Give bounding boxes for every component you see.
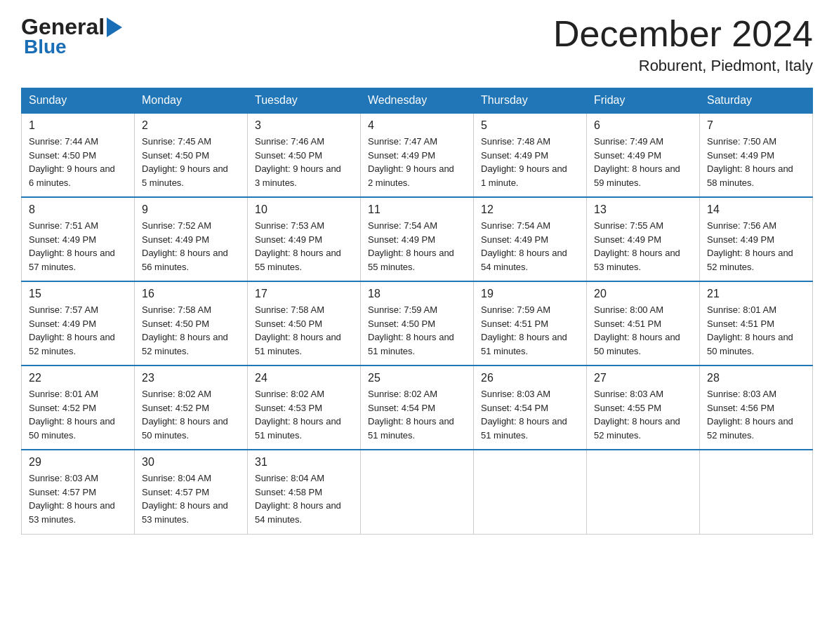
day-number: 10 — [255, 203, 353, 216]
col-saturday: Saturday — [700, 88, 813, 114]
day-number: 3 — [255, 119, 353, 132]
day-info: Sunrise: 8:03 AM Sunset: 4:54 PM Dayligh… — [481, 387, 579, 442]
col-monday: Monday — [135, 88, 248, 114]
calendar-cell: 6 Sunrise: 7:49 AM Sunset: 4:49 PM Dayli… — [587, 113, 700, 197]
day-info: Sunrise: 7:46 AM Sunset: 4:50 PM Dayligh… — [255, 135, 353, 189]
day-info: Sunrise: 7:59 AM Sunset: 4:51 PM Dayligh… — [481, 303, 579, 358]
day-info: Sunrise: 8:01 AM Sunset: 4:52 PM Dayligh… — [29, 387, 127, 442]
calendar-week-5: 29 Sunrise: 8:03 AM Sunset: 4:57 PM Dayl… — [22, 450, 813, 534]
day-number: 8 — [29, 203, 127, 216]
day-number: 6 — [594, 119, 692, 132]
calendar-cell: 16 Sunrise: 7:58 AM Sunset: 4:50 PM Dayl… — [135, 281, 248, 365]
day-info: Sunrise: 7:55 AM Sunset: 4:49 PM Dayligh… — [594, 219, 692, 274]
col-tuesday: Tuesday — [248, 88, 361, 114]
calendar-cell: 15 Sunrise: 7:57 AM Sunset: 4:49 PM Dayl… — [22, 281, 135, 365]
day-number: 27 — [594, 372, 692, 384]
day-info: Sunrise: 8:02 AM Sunset: 4:54 PM Dayligh… — [368, 387, 466, 442]
day-number: 5 — [481, 119, 579, 132]
day-number: 18 — [368, 288, 466, 300]
day-number: 7 — [707, 119, 805, 132]
calendar-cell: 5 Sunrise: 7:48 AM Sunset: 4:49 PM Dayli… — [474, 113, 587, 197]
day-number: 30 — [142, 456, 240, 469]
col-friday: Friday — [587, 88, 700, 114]
calendar-week-1: 1 Sunrise: 7:44 AM Sunset: 4:50 PM Dayli… — [22, 113, 813, 197]
logo-arrow-icon — [107, 18, 122, 37]
col-wednesday: Wednesday — [361, 88, 474, 114]
calendar-table: Sunday Monday Tuesday Wednesday Thursday… — [21, 88, 813, 535]
day-info: Sunrise: 7:53 AM Sunset: 4:49 PM Dayligh… — [255, 219, 353, 274]
calendar-cell: 1 Sunrise: 7:44 AM Sunset: 4:50 PM Dayli… — [22, 113, 135, 197]
calendar-body: 1 Sunrise: 7:44 AM Sunset: 4:50 PM Dayli… — [22, 113, 813, 534]
day-info: Sunrise: 7:47 AM Sunset: 4:49 PM Dayligh… — [368, 135, 466, 189]
header: G eneral Blue December 2024 Roburent, Pi… — [21, 14, 813, 75]
day-number: 21 — [707, 288, 805, 300]
calendar-cell: 23 Sunrise: 8:02 AM Sunset: 4:52 PM Dayl… — [135, 365, 248, 450]
day-info: Sunrise: 8:04 AM Sunset: 4:58 PM Dayligh… — [255, 471, 353, 526]
title-block: December 2024 Roburent, Piedmont, Italy — [553, 14, 813, 75]
calendar-week-3: 15 Sunrise: 7:57 AM Sunset: 4:49 PM Dayl… — [22, 281, 813, 365]
day-number: 2 — [142, 119, 240, 132]
day-info: Sunrise: 7:58 AM Sunset: 4:50 PM Dayligh… — [142, 303, 240, 358]
day-number: 1 — [29, 119, 127, 132]
logo: G eneral Blue — [21, 14, 122, 58]
calendar-cell: 19 Sunrise: 7:59 AM Sunset: 4:51 PM Dayl… — [474, 281, 587, 365]
calendar-cell: 13 Sunrise: 7:55 AM Sunset: 4:49 PM Dayl… — [587, 197, 700, 281]
calendar-cell — [700, 450, 813, 534]
calendar-header: Sunday Monday Tuesday Wednesday Thursday… — [22, 88, 813, 114]
calendar-cell: 27 Sunrise: 8:03 AM Sunset: 4:55 PM Dayl… — [587, 365, 700, 450]
calendar-cell: 2 Sunrise: 7:45 AM Sunset: 4:50 PM Dayli… — [135, 113, 248, 197]
day-number: 24 — [255, 372, 353, 384]
calendar-cell: 31 Sunrise: 8:04 AM Sunset: 4:58 PM Dayl… — [248, 450, 361, 534]
day-number: 13 — [594, 203, 692, 216]
month-title: December 2024 — [553, 14, 813, 54]
day-number: 4 — [368, 119, 466, 132]
calendar-cell — [361, 450, 474, 534]
day-number: 15 — [29, 288, 127, 300]
day-info: Sunrise: 7:51 AM Sunset: 4:49 PM Dayligh… — [29, 219, 127, 274]
day-info: Sunrise: 8:03 AM Sunset: 4:55 PM Dayligh… — [594, 387, 692, 442]
calendar-cell: 18 Sunrise: 7:59 AM Sunset: 4:50 PM Dayl… — [361, 281, 474, 365]
calendar-cell: 17 Sunrise: 7:58 AM Sunset: 4:50 PM Dayl… — [248, 281, 361, 365]
calendar-cell — [587, 450, 700, 534]
location-title: Roburent, Piedmont, Italy — [553, 57, 813, 75]
calendar-cell — [474, 450, 587, 534]
day-number: 29 — [29, 456, 127, 469]
header-row: Sunday Monday Tuesday Wednesday Thursday… — [22, 88, 813, 114]
day-number: 23 — [142, 372, 240, 384]
day-info: Sunrise: 7:54 AM Sunset: 4:49 PM Dayligh… — [481, 219, 579, 274]
calendar-cell: 20 Sunrise: 8:00 AM Sunset: 4:51 PM Dayl… — [587, 281, 700, 365]
day-info: Sunrise: 7:54 AM Sunset: 4:49 PM Dayligh… — [368, 219, 466, 274]
calendar-cell: 28 Sunrise: 8:03 AM Sunset: 4:56 PM Dayl… — [700, 365, 813, 450]
day-info: Sunrise: 8:02 AM Sunset: 4:52 PM Dayligh… — [142, 387, 240, 442]
day-info: Sunrise: 7:57 AM Sunset: 4:49 PM Dayligh… — [29, 303, 127, 358]
day-number: 20 — [594, 288, 692, 300]
calendar-cell: 26 Sunrise: 8:03 AM Sunset: 4:54 PM Dayl… — [474, 365, 587, 450]
day-info: Sunrise: 7:48 AM Sunset: 4:49 PM Dayligh… — [481, 135, 579, 189]
day-number: 17 — [255, 288, 353, 300]
calendar-cell: 22 Sunrise: 8:01 AM Sunset: 4:52 PM Dayl… — [22, 365, 135, 450]
col-thursday: Thursday — [474, 88, 587, 114]
day-number: 14 — [707, 203, 805, 216]
day-info: Sunrise: 8:02 AM Sunset: 4:53 PM Dayligh… — [255, 387, 353, 442]
calendar-cell: 3 Sunrise: 7:46 AM Sunset: 4:50 PM Dayli… — [248, 113, 361, 197]
calendar-cell: 11 Sunrise: 7:54 AM Sunset: 4:49 PM Dayl… — [361, 197, 474, 281]
calendar-cell: 21 Sunrise: 8:01 AM Sunset: 4:51 PM Dayl… — [700, 281, 813, 365]
calendar-cell: 14 Sunrise: 7:56 AM Sunset: 4:49 PM Dayl… — [700, 197, 813, 281]
day-number: 11 — [368, 203, 466, 216]
calendar-week-2: 8 Sunrise: 7:51 AM Sunset: 4:49 PM Dayli… — [22, 197, 813, 281]
day-info: Sunrise: 8:03 AM Sunset: 4:56 PM Dayligh… — [707, 387, 805, 442]
calendar-cell: 30 Sunrise: 8:04 AM Sunset: 4:57 PM Dayl… — [135, 450, 248, 534]
day-number: 22 — [29, 372, 127, 384]
calendar-cell: 24 Sunrise: 8:02 AM Sunset: 4:53 PM Dayl… — [248, 365, 361, 450]
calendar-cell: 4 Sunrise: 7:47 AM Sunset: 4:49 PM Dayli… — [361, 113, 474, 197]
calendar-week-4: 22 Sunrise: 8:01 AM Sunset: 4:52 PM Dayl… — [22, 365, 813, 450]
day-number: 31 — [255, 456, 353, 469]
day-number: 25 — [368, 372, 466, 384]
day-info: Sunrise: 7:45 AM Sunset: 4:50 PM Dayligh… — [142, 135, 240, 189]
page: G eneral Blue December 2024 Roburent, Pi… — [0, 0, 834, 644]
day-number: 12 — [481, 203, 579, 216]
day-number: 28 — [707, 372, 805, 384]
day-number: 19 — [481, 288, 579, 300]
calendar-cell: 10 Sunrise: 7:53 AM Sunset: 4:49 PM Dayl… — [248, 197, 361, 281]
day-info: Sunrise: 7:56 AM Sunset: 4:49 PM Dayligh… — [707, 219, 805, 274]
